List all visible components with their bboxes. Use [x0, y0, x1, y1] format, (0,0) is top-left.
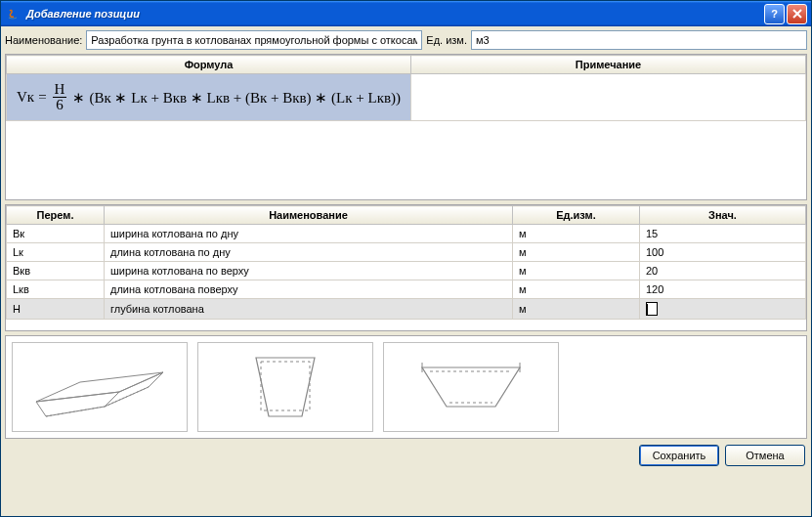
vars-table: Перем. Наименование Ед.изм. Знач. Bкшири…	[6, 205, 806, 320]
formula-table: Формула Примечание Vк = H 6 ∗	[6, 55, 806, 121]
formula-cell[interactable]: Vк = H 6 ∗ (Вк ∗ Lк + Bкв ∗ Lкв + (Bк + …	[7, 74, 411, 121]
col-value[interactable]: Знач.	[640, 206, 806, 225]
shape-thumb-3[interactable]	[383, 342, 559, 432]
var-cell[interactable]: H	[7, 299, 105, 320]
svg-marker-2	[105, 372, 163, 407]
name-row: Наименование: Ед. изм.	[5, 30, 807, 50]
unit-cell[interactable]: м	[513, 225, 640, 243]
window-title: Добавление позиции	[26, 8, 762, 20]
col-name[interactable]: Наименование	[105, 206, 513, 225]
value-cell[interactable]	[640, 299, 806, 320]
svg-marker-5	[256, 358, 315, 416]
unit-cell[interactable]: м	[513, 280, 640, 299]
titlebar: Добавление позиции ?	[1, 1, 811, 26]
table-row[interactable]: Bквширина котлована по верхум20	[7, 262, 806, 280]
close-button[interactable]	[787, 4, 807, 24]
svg-marker-0	[36, 372, 163, 402]
table-row[interactable]: Lкдлина котлована по днум100	[7, 243, 806, 262]
svg-marker-7	[422, 367, 520, 407]
window: Добавление позиции ? Наименование: Ед. и…	[0, 0, 812, 517]
images-panel	[5, 335, 807, 439]
formula-row[interactable]: Vк = H 6 ∗ (Вк ∗ Lк + Bкв ∗ Lкв + (Bк + …	[7, 74, 806, 121]
name-cell[interactable]: ширина котлована по верху	[105, 262, 513, 280]
java-icon	[5, 6, 21, 22]
name-cell[interactable]: длина котлована по дну	[105, 243, 513, 262]
unit-cell[interactable]: м	[513, 299, 640, 320]
unit-label: Ед. изм.	[426, 34, 467, 46]
value-cell[interactable]: 15	[640, 225, 806, 243]
note-cell[interactable]	[411, 74, 806, 121]
cancel-button[interactable]: Отмена	[725, 445, 805, 466]
svg-rect-6	[261, 362, 310, 410]
var-cell[interactable]: Lкв	[7, 280, 105, 299]
col-note[interactable]: Примечание	[411, 56, 806, 74]
value-cell[interactable]: 120	[640, 280, 806, 299]
buttons-row: Сохранить Отмена	[5, 443, 807, 466]
col-unit[interactable]: Ед.изм.	[513, 206, 640, 225]
unit-input[interactable]	[471, 30, 807, 50]
col-formula[interactable]: Формула	[7, 56, 411, 74]
var-cell[interactable]: Lк	[7, 243, 105, 262]
col-var[interactable]: Перем.	[7, 206, 105, 225]
help-button[interactable]: ?	[764, 4, 785, 24]
name-cell[interactable]: глубина котлована	[105, 299, 513, 320]
var-cell[interactable]: Bкв	[7, 262, 105, 280]
name-label: Наименование:	[5, 34, 82, 46]
name-input[interactable]	[86, 30, 422, 50]
var-cell[interactable]: Bк	[7, 225, 105, 243]
save-button[interactable]: Сохранить	[639, 445, 719, 466]
name-cell[interactable]: ширина котлована по дну	[105, 225, 513, 243]
unit-cell[interactable]: м	[513, 262, 640, 280]
name-cell[interactable]: длина котлована поверху	[105, 280, 513, 299]
value-cell[interactable]: 20	[640, 262, 806, 280]
vars-panel: Перем. Наименование Ед.изм. Знач. Bкшири…	[5, 204, 807, 331]
table-row[interactable]: Hглубина котлованам	[7, 299, 806, 320]
content-area: Наименование: Ед. изм. Формула Примечани…	[1, 26, 811, 516]
table-row[interactable]: Lквдлина котлована поверхум120	[7, 280, 806, 299]
table-row[interactable]: Bкширина котлована по днум15	[7, 225, 806, 243]
formula-math: Vк = H 6 ∗ (Вк ∗ Lк + Bкв ∗ Lкв + (Bк + …	[17, 82, 401, 112]
shape-thumb-2[interactable]	[197, 342, 373, 432]
value-cell[interactable]: 100	[640, 243, 806, 262]
shape-thumb-1[interactable]	[12, 342, 188, 432]
unit-cell[interactable]: м	[513, 243, 640, 262]
formula-panel: Формула Примечание Vк = H 6 ∗	[5, 54, 807, 200]
